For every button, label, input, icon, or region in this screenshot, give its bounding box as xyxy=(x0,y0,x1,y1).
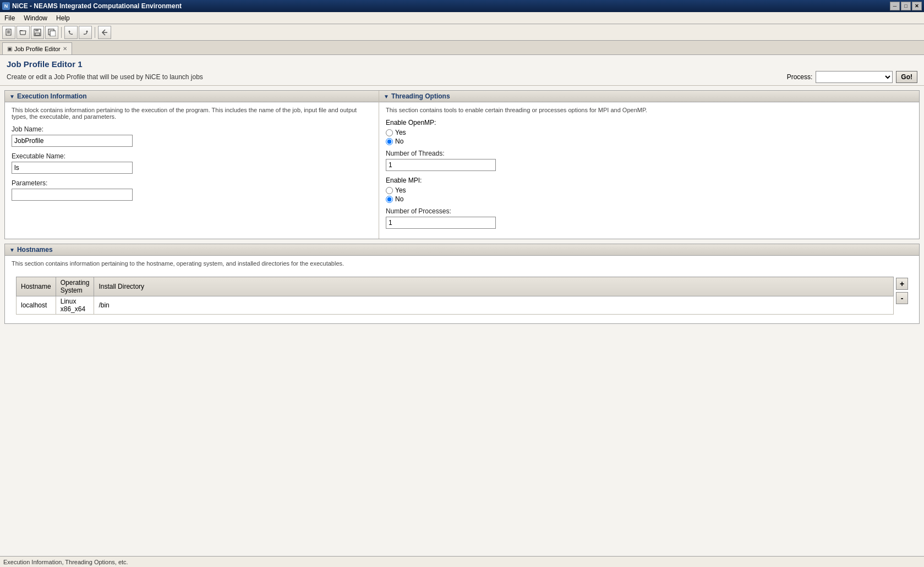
redo-button[interactable] xyxy=(79,26,92,39)
hostnames-section: ▼ Hostnames This section contains inform… xyxy=(4,244,920,324)
menu-bar: File Window Help xyxy=(0,12,924,24)
tab-close-button[interactable]: ✕ xyxy=(63,46,67,52)
remove-row-button[interactable]: - xyxy=(896,292,908,304)
close-button[interactable]: ✕ xyxy=(912,2,922,10)
threading-section-body: This section contains tools to enable ce… xyxy=(379,102,919,239)
process-row: Process: Go! xyxy=(787,71,917,83)
hostnames-section-body: This section contains information pertai… xyxy=(5,256,919,323)
spacer xyxy=(4,328,920,552)
openmp-yes-label: Yes xyxy=(395,129,406,136)
openmp-yes-radio[interactable] xyxy=(386,129,393,136)
job-name-label: Job Name: xyxy=(12,125,372,133)
openmp-no-option[interactable]: No xyxy=(386,137,912,145)
parameters-label: Parameters: xyxy=(12,179,372,187)
hostnames-section-header[interactable]: ▼ Hostnames xyxy=(5,244,919,256)
openmp-yes-option[interactable]: Yes xyxy=(386,129,912,136)
toolbar xyxy=(0,24,924,41)
threads-group: Number of Threads: xyxy=(386,150,912,171)
executable-label: Executable Name: xyxy=(12,152,372,160)
job-name-input[interactable] xyxy=(12,135,133,147)
openmp-label: Enable OpenMP: xyxy=(386,119,912,126)
main-content: Job Profile Editor 1 Create or edit a Jo… xyxy=(0,55,924,556)
mpi-group: Enable MPI: Yes No xyxy=(386,177,912,203)
undo-button[interactable] xyxy=(64,26,78,39)
threading-description: This section contains tools to enable ce… xyxy=(386,107,912,113)
processes-group: Number of Processes: xyxy=(386,207,912,229)
execution-section-body: This block contains information pertaini… xyxy=(5,102,379,211)
openmp-no-radio[interactable] xyxy=(386,138,393,145)
threading-arrow-icon: ▼ xyxy=(384,93,389,100)
status-text: Execution Information, Threading Options… xyxy=(3,559,128,565)
svg-rect-9 xyxy=(50,31,56,36)
window-title: NiCE - NEAMS Integrated Computational En… xyxy=(12,2,182,10)
mpi-yes-label: Yes xyxy=(395,186,406,194)
file-menu[interactable]: File xyxy=(0,13,19,23)
window-controls: ─ □ ✕ xyxy=(890,2,922,10)
job-name-group: Job Name: xyxy=(12,125,372,147)
host-table-container: Hostname Operating System Install Direct… xyxy=(12,272,912,319)
page-description: Create or edit a Job Profile that will b… xyxy=(7,73,203,81)
toolbar-separator-2 xyxy=(95,27,95,38)
os-cell: Linux x86_x64 xyxy=(56,296,94,315)
install-dir-cell: /bin xyxy=(94,296,894,315)
threading-section: ▼ Threading Options This section contain… xyxy=(379,91,919,239)
top-sections: ▼ Execution Information This block conta… xyxy=(4,90,920,239)
title-bar: N NiCE - NEAMS Integrated Computational … xyxy=(0,0,924,12)
execution-section: ▼ Execution Information This block conta… xyxy=(5,91,379,239)
help-menu[interactable]: Help xyxy=(52,13,74,23)
title-bar-left: N NiCE - NEAMS Integrated Computational … xyxy=(2,2,182,10)
window-menu[interactable]: Window xyxy=(19,13,52,23)
minimize-button[interactable]: ─ xyxy=(890,2,900,10)
process-label: Process: xyxy=(787,73,813,81)
openmp-no-label: No xyxy=(395,137,403,145)
new-button[interactable] xyxy=(2,26,15,39)
hostnames-section-title: Hostnames xyxy=(17,246,53,254)
parameters-group: Parameters: xyxy=(12,179,372,201)
os-col-header: Operating System xyxy=(56,277,94,296)
save-button[interactable] xyxy=(31,26,44,39)
page-title: Job Profile Editor 1 xyxy=(7,59,917,69)
mpi-yes-radio[interactable] xyxy=(386,187,393,194)
executable-input[interactable] xyxy=(12,162,133,174)
hostnames-arrow-icon: ▼ xyxy=(9,247,15,253)
mpi-no-radio[interactable] xyxy=(386,196,393,203)
back-button[interactable] xyxy=(98,26,111,39)
hostnames-description: This section contains information pertai… xyxy=(12,260,912,267)
threads-input[interactable] xyxy=(386,159,496,171)
maximize-button[interactable]: □ xyxy=(901,2,911,10)
app-icon: N xyxy=(2,2,10,10)
tab-bar: ▣ Job Profile Editor ✕ xyxy=(0,41,924,55)
mpi-no-option[interactable]: No xyxy=(386,195,912,203)
go-button[interactable]: Go! xyxy=(896,71,917,83)
execution-arrow-icon: ▼ xyxy=(9,93,15,100)
svg-rect-6 xyxy=(35,29,39,31)
execution-section-title: Execution Information xyxy=(17,92,87,100)
openmp-group: Enable OpenMP: Yes No xyxy=(386,119,912,145)
tab-icon: ▣ xyxy=(7,46,12,52)
open-button[interactable] xyxy=(17,26,30,39)
processes-input[interactable] xyxy=(386,217,496,229)
parameters-input[interactable] xyxy=(12,189,133,201)
hostname-cell: localhost xyxy=(17,296,56,315)
svg-rect-7 xyxy=(35,33,40,35)
page-header: Job Profile Editor 1 Create or edit a Jo… xyxy=(0,55,924,86)
saveas-button[interactable] xyxy=(45,26,58,39)
host-table: Hostname Operating System Install Direct… xyxy=(16,277,894,315)
execution-section-header[interactable]: ▼ Execution Information xyxy=(5,91,379,102)
job-profile-editor-tab[interactable]: ▣ Job Profile Editor ✕ xyxy=(2,42,72,54)
execution-description: This block contains information pertaini… xyxy=(12,107,372,120)
add-row-button[interactable]: + xyxy=(896,278,908,290)
threads-label: Number of Threads: xyxy=(386,150,912,157)
table-row: localhost Linux x86_x64 /bin xyxy=(17,296,894,315)
toolbar-separator-1 xyxy=(61,27,62,38)
mpi-no-label: No xyxy=(395,195,403,203)
content-body: ▼ Execution Information This block conta… xyxy=(0,86,924,556)
tab-label: Job Profile Editor xyxy=(14,46,61,52)
mpi-yes-option[interactable]: Yes xyxy=(386,186,912,194)
process-select[interactable] xyxy=(816,71,893,83)
threading-section-header[interactable]: ▼ Threading Options xyxy=(379,91,919,102)
table-buttons: + - xyxy=(896,277,908,315)
threading-section-title: Threading Options xyxy=(391,92,450,100)
install-dir-col-header: Install Directory xyxy=(94,277,894,296)
mpi-label: Enable MPI: xyxy=(386,177,912,184)
